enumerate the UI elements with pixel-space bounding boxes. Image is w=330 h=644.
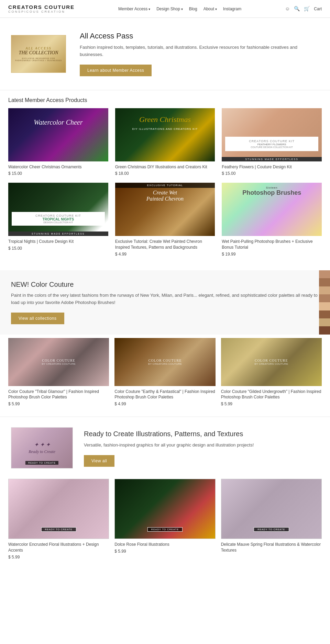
color-swatch: [319, 286, 330, 294]
nav-design-shop[interactable]: Design Shop: [156, 7, 183, 11]
product-name: Color Couture "Gilded Undergrowth" | Fas…: [221, 389, 322, 400]
product-card[interactable]: EXCLUSIVE TUTORIAL Create WetPainted Che…: [115, 183, 215, 257]
product-image: Sixteen Photoshop Brushes: [222, 183, 322, 236]
color-product-card[interactable]: COLOR COUTURE BY CREATORS COUTURE Color …: [114, 338, 215, 407]
hero-content: All Access Pass Fashion inspired tools, …: [80, 32, 319, 76]
cart-label[interactable]: Cart: [314, 7, 322, 11]
nav-blog[interactable]: Blog: [189, 7, 197, 11]
view-all-collections-button[interactable]: View all collections: [11, 313, 64, 324]
illustrations-image: ✦ ✦ ✦ Ready to Create READY TO CREATE: [11, 427, 73, 468]
illustration-product-image: READY TO CREATE: [221, 479, 322, 539]
color-swatch: [319, 318, 330, 326]
color-product-image: COLOR COUTURE BY CREATORS COUTURE: [221, 338, 322, 386]
learn-member-access-button[interactable]: Learn about Member Access: [80, 65, 152, 76]
illustration-product-card[interactable]: READY TO CREATE Dolce Rose Floral Illust…: [114, 479, 215, 560]
product-name: Exclusive Tutorial: Create Wet Painted C…: [115, 239, 215, 250]
color-swatch: [319, 294, 330, 302]
promo-content: NEW! Color Couture Paint in the colors o…: [11, 281, 319, 324]
color-product-card[interactable]: COLOR COUTURE BY CREATORS COUTURE Color …: [221, 338, 322, 407]
product-name: Feathery Flowers | Couture Design Kit: [222, 164, 322, 170]
product-price: $ 15.00: [8, 171, 108, 176]
promo-title: NEW! Color Couture: [11, 281, 319, 289]
collection-all-access: All Access: [14, 46, 63, 50]
product-image: CREATORS COUTURE KIT TROPICAL NIGHTS DES…: [8, 183, 108, 236]
product-image: EXCLUSIVE TUTORIAL Create WetPainted Che…: [115, 183, 215, 236]
color-swatch: [319, 326, 330, 334]
collection-tagline: EXCLUSIVE RESOURCES FOR FASHIONABLE CREA…: [14, 57, 63, 61]
hero-image: All Access THE COLLECTION EXCLUSIVE RESO…: [11, 35, 66, 73]
color-swatch: [319, 270, 330, 278]
product-name: Watercolor Encrusted Floral Illustration…: [8, 542, 109, 553]
product-price: $ 5.99: [8, 555, 109, 560]
color-swatch: [319, 302, 330, 310]
product-name: Green Christmas DIY Illustrations and Cr…: [115, 164, 215, 170]
product-card[interactable]: Green Christmas DIY ILLUSTRATIONS AND CR…: [115, 108, 215, 176]
product-name: Watercolor Cheer Christmas Ornaments: [8, 164, 108, 170]
nav-links: Member Access Design Shop Blog About Ins…: [118, 7, 241, 11]
illustration-product-card[interactable]: READY TO CREATE Watercolor Encrusted Flo…: [8, 479, 109, 560]
product-card[interactable]: CREATORS COUTURE KIT FEATHERY FLOWERS CO…: [222, 108, 322, 176]
product-name: Wet Paint-Pulling Photoshop Brushes + Ex…: [222, 239, 322, 250]
main-nav: CREATORS COUTURE CONSPICOUS CREATION Mem…: [0, 0, 330, 18]
site-logo[interactable]: CREATORS COUTURE CONSPICOUS CREATION: [8, 4, 75, 13]
color-swatches: [319, 270, 330, 335]
product-name: Delicate Mauve Spring Floral Illustratio…: [221, 542, 322, 553]
product-price: $ 18.00: [115, 171, 215, 176]
product-name: Color Couture "Tribal Glamour" | Fashion…: [8, 389, 109, 400]
illustration-product-card[interactable]: READY TO CREATE Delicate Mauve Spring Fl…: [221, 479, 322, 560]
color-product-image: COLOR COUTURE BY CREATORS COUTURE: [8, 338, 109, 386]
product-card[interactable]: Sixteen Photoshop Brushes Wet Paint-Pull…: [222, 183, 322, 257]
product-price: $ 19.99: [222, 252, 322, 257]
color-product-card[interactable]: COLOR COUTURE BY CREATORS COUTURE Color …: [8, 338, 109, 407]
product-price: $ 5.99: [8, 402, 109, 406]
latest-section-title: Latest Member Access Products: [0, 90, 330, 108]
product-price: $ 4.99: [114, 402, 215, 406]
nav-about[interactable]: About: [204, 7, 217, 11]
hero-description: Fashion inspired tools, templates, tutor…: [80, 44, 319, 58]
hero-title: All Access Pass: [80, 32, 319, 41]
illustration-products-grid: READY TO CREATE Watercolor Encrusted Flo…: [0, 479, 330, 570]
hero-section: All Access THE COLLECTION EXCLUSIVE RESO…: [0, 18, 330, 90]
illustrations-content: Ready to Create Illustrations, Patterns,…: [84, 429, 319, 467]
brand-tagline: CONSPICOUS CREATION: [8, 10, 65, 13]
search-icon[interactable]: 🔍: [294, 6, 300, 12]
color-couture-grid: COLOR COUTURE BY CREATORS COUTURE Color …: [0, 338, 330, 417]
illustrations-title: Ready to Create Illustrations, Patterns,…: [84, 429, 319, 438]
illustrations-section: ✦ ✦ ✦ Ready to Create READY TO CREATE Re…: [0, 417, 330, 479]
product-name: Color Couture "Earthy & Fantastical" | F…: [114, 389, 215, 400]
promo-description: Paint in the colors of the very latest f…: [11, 292, 319, 306]
illustration-product-image: READY TO CREATE: [114, 479, 215, 539]
product-card[interactable]: CREATORS COUTURE KIT TROPICAL NIGHTS DES…: [8, 183, 108, 257]
brand-name: CREATORS COUTURE: [8, 4, 75, 10]
product-name: Tropical Nights | Couture Design Kit: [8, 239, 108, 245]
color-swatch: [319, 310, 330, 318]
illustration-product-image: READY TO CREATE: [8, 479, 109, 539]
product-price: $ 5.99: [221, 402, 322, 406]
product-price: $ 15.00: [8, 246, 108, 251]
product-image: CREATORS COUTURE KIT FEATHERY FLOWERS CO…: [222, 108, 322, 161]
product-price: $ 4.99: [115, 252, 215, 257]
color-couture-promo: NEW! Color Couture Paint in the colors o…: [0, 270, 330, 335]
user-icon[interactable]: ☺: [285, 6, 290, 12]
collection-image: All Access THE COLLECTION EXCLUSIVE RESO…: [11, 35, 66, 73]
collection-name: THE COLLECTION: [14, 50, 63, 56]
cart-icon[interactable]: 🛒: [304, 6, 310, 12]
color-product-image: COLOR COUTURE BY CREATORS COUTURE: [114, 338, 215, 386]
latest-products-grid: Watercolor Cheer Watercolor Cheer Christ…: [0, 108, 330, 267]
color-swatch: [319, 278, 330, 286]
product-image: Green Christmas DIY ILLUSTRATIONS AND CR…: [115, 108, 215, 161]
nav-icons: ☺ 🔍 🛒 Cart: [285, 6, 322, 12]
illustrations-description: Versatile, fashion-inspired graphics for…: [84, 442, 319, 449]
product-card[interactable]: Watercolor Cheer Watercolor Cheer Christ…: [8, 108, 108, 176]
product-image: Watercolor Cheer: [8, 108, 108, 161]
product-price: $ 15.00: [222, 171, 322, 176]
nav-member-access[interactable]: Member Access: [118, 7, 150, 11]
product-price: $ 5.99: [114, 549, 215, 554]
product-name: Dolce Rose Floral Illustrations: [114, 542, 215, 547]
nav-instagram[interactable]: Instagram: [223, 7, 241, 11]
view-all-button[interactable]: View all: [84, 455, 114, 467]
